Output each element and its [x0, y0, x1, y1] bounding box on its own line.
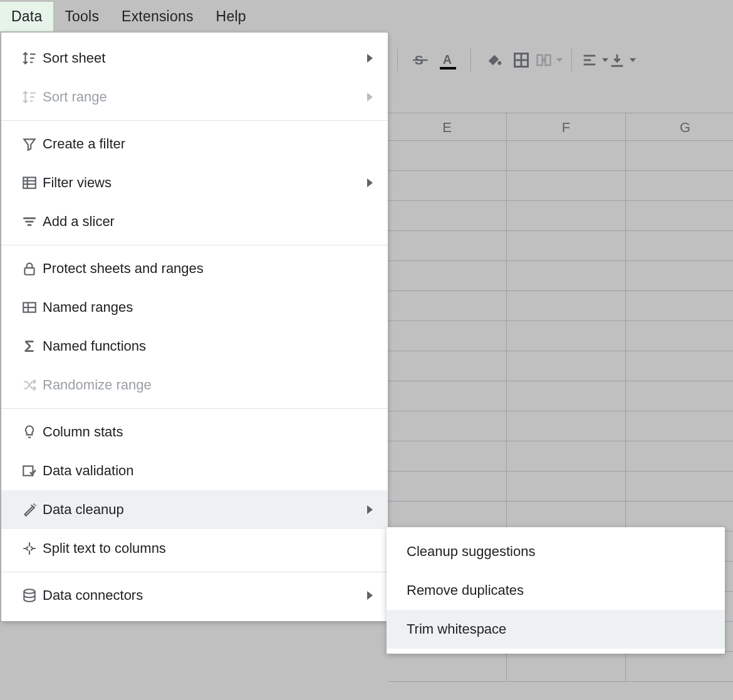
- menu-filter-views[interactable]: Filter views: [1, 163, 388, 202]
- menu-item-label: Data cleanup: [43, 502, 367, 518]
- submenu-arrow-icon: [367, 591, 373, 600]
- sort-sheet-icon: [16, 50, 43, 66]
- fill-color-icon: [485, 51, 502, 69]
- menu-extensions[interactable]: Extensions: [110, 2, 205, 31]
- menu-split-text[interactable]: Split text to columns: [1, 529, 388, 568]
- col-header-label: G: [680, 120, 690, 135]
- dropdown-caret-icon: [602, 58, 608, 62]
- col-header-e[interactable]: E: [388, 113, 507, 140]
- menu-item-label: Named functions: [43, 338, 373, 354]
- col-header-g[interactable]: G: [626, 113, 733, 140]
- svg-rect-26: [24, 268, 34, 275]
- svg-text:A: A: [443, 53, 452, 66]
- menu-divider: [1, 408, 388, 409]
- dropdown-caret-icon: [556, 58, 563, 62]
- horizontal-align-button[interactable]: [581, 46, 608, 74]
- menu-item-label: Data validation: [43, 463, 373, 479]
- menu-column-stats[interactable]: Column stats: [1, 413, 388, 451]
- menu-item-label: Create a filter: [43, 136, 373, 152]
- database-icon: [16, 587, 43, 604]
- menu-item-label: Split text to columns: [43, 540, 373, 557]
- menu-add-slicer[interactable]: Add a slicer: [1, 202, 388, 241]
- strikethrough-button[interactable]: S: [407, 46, 434, 74]
- menu-divider: [1, 572, 388, 572]
- toolbar-separator: [571, 49, 572, 71]
- svg-rect-19: [23, 177, 36, 188]
- menu-item-label: Sort range: [43, 89, 367, 105]
- menu-item-label: Column stats: [43, 424, 373, 440]
- menu-item-label: Filter views: [43, 175, 367, 191]
- vertical-align-icon: [608, 51, 626, 69]
- menu-divider: [1, 120, 388, 121]
- menu-data-validation[interactable]: Data validation: [1, 451, 388, 490]
- toolbar: S A: [388, 39, 636, 81]
- horizontal-align-icon: [581, 51, 598, 69]
- data-menu-dropdown: Sort sheet Sort range Create a filter Fi…: [1, 33, 388, 621]
- merge-cells-button[interactable]: [535, 46, 563, 74]
- data-cleanup-submenu: Cleanup suggestions Remove duplicates Tr…: [387, 527, 725, 654]
- text-color-underline: [440, 67, 456, 69]
- menu-sort-range: Sort range: [1, 78, 388, 116]
- wand-icon: [16, 502, 43, 518]
- shuffle-icon: [16, 377, 43, 393]
- menu-data-label: Data: [11, 8, 42, 24]
- submenu-arrow-icon: [367, 505, 373, 514]
- submenu-item-label: Cleanup suggestions: [407, 543, 535, 560]
- split-icon: [16, 540, 43, 557]
- menu-tools-label: Tools: [65, 8, 99, 24]
- filter-icon: [16, 136, 43, 152]
- menu-help[interactable]: Help: [205, 2, 257, 31]
- menu-tools[interactable]: Tools: [53, 2, 110, 31]
- lock-icon: [16, 260, 43, 277]
- menubar: Data Tools Extensions Help: [0, 0, 733, 33]
- menu-extensions-label: Extensions: [122, 8, 194, 24]
- submenu-item-label: Trim whitespace: [407, 621, 506, 637]
- submenu-remove-duplicates[interactable]: Remove duplicates: [387, 571, 725, 610]
- col-header-f[interactable]: F: [507, 113, 626, 140]
- menu-sort-sheet[interactable]: Sort sheet: [1, 39, 388, 78]
- menu-randomize-range: Randomize range: [1, 366, 388, 404]
- bulb-icon: [16, 424, 43, 440]
- named-ranges-icon: [16, 299, 43, 316]
- menu-item-label: Data connectors: [43, 587, 367, 604]
- submenu-arrow-icon: [367, 93, 373, 101]
- submenu-trim-whitespace[interactable]: Trim whitespace: [387, 610, 725, 649]
- menu-item-label: Sort sheet: [43, 50, 367, 66]
- menu-create-filter[interactable]: Create a filter: [1, 125, 388, 163]
- text-color-button[interactable]: A: [434, 46, 462, 74]
- menu-data-cleanup[interactable]: Data cleanup: [1, 490, 388, 529]
- menu-divider: [1, 245, 388, 245]
- validation-icon: [16, 463, 43, 479]
- slicer-icon: [16, 214, 43, 230]
- col-header-label: F: [562, 120, 570, 135]
- menu-item-label: Randomize range: [43, 377, 373, 393]
- menu-item-label: Named ranges: [43, 299, 373, 316]
- toolbar-separator: [397, 49, 398, 71]
- filter-views-icon: [16, 175, 43, 191]
- svg-point-31: [24, 589, 34, 594]
- dropdown-caret-icon: [630, 58, 636, 62]
- sort-range-icon: [16, 89, 43, 105]
- svg-point-3: [497, 61, 501, 65]
- text-color-icon: A: [439, 51, 457, 69]
- menu-data-connectors[interactable]: Data connectors: [1, 576, 388, 615]
- column-headers: E F G: [388, 113, 733, 141]
- col-header-label: E: [442, 120, 452, 135]
- menu-named-ranges[interactable]: Named ranges: [1, 288, 388, 327]
- svg-rect-7: [538, 55, 543, 65]
- merge-cells-icon: [535, 51, 553, 69]
- borders-button[interactable]: [507, 46, 535, 74]
- submenu-arrow-icon: [367, 178, 373, 187]
- submenu-item-label: Remove duplicates: [407, 582, 524, 599]
- strikethrough-icon: S: [412, 51, 429, 69]
- menu-protect-sheets[interactable]: Protect sheets and ranges: [1, 249, 388, 288]
- sigma-icon: [16, 338, 43, 354]
- toolbar-separator: [470, 49, 471, 71]
- submenu-cleanup-suggestions[interactable]: Cleanup suggestions: [387, 532, 725, 571]
- menu-item-label: Add a slicer: [43, 214, 373, 230]
- fill-color-button[interactable]: [480, 46, 507, 74]
- vertical-align-button[interactable]: [608, 46, 636, 74]
- menu-data[interactable]: Data: [0, 2, 53, 31]
- menu-named-functions[interactable]: Named functions: [1, 327, 388, 366]
- menu-help-label: Help: [216, 8, 246, 24]
